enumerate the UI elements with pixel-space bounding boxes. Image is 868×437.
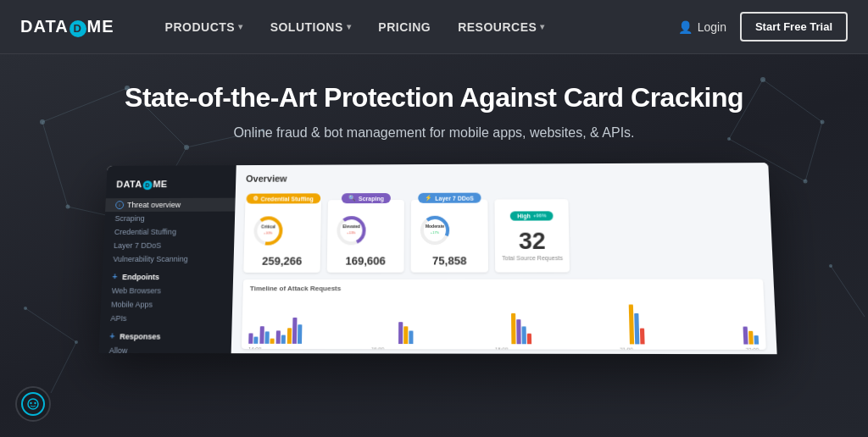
dashboard-main: Overview ⚙ Credential Stuffing xyxy=(231,163,777,354)
time-axis: 14:00 16:00 18:00 21:00 23:00 xyxy=(248,346,760,350)
bar-scraping-1 xyxy=(248,334,253,344)
bar-ddos-6 xyxy=(521,327,526,345)
credential-stuffing-badge: ⚙ Credential Stuffing xyxy=(247,194,320,204)
total-source-label: Total Source Requests xyxy=(502,255,563,261)
nav-links: PRODUCTS ▾ SOLUTIONS ▾ PRICING RESOURCES… xyxy=(155,14,678,41)
high-badge: High +96% xyxy=(510,211,554,220)
logo: DATADME xyxy=(20,17,114,37)
sidebar-item-mobile-apps[interactable]: Mobile Apps xyxy=(101,298,233,312)
sidebar-item-credential-stuffing[interactable]: Credential Stuffing xyxy=(104,225,235,239)
time-label-4: 21:00 xyxy=(620,347,633,350)
svg-text:+13%: +13% xyxy=(347,231,356,235)
sidebar-item-vuln-scan[interactable]: Vulnerability Scanning xyxy=(103,252,234,266)
bar-ddos-7 xyxy=(634,313,639,345)
hero-text-block: State-of-the-Art Protection Against Card… xyxy=(0,81,868,141)
svg-text:Elevated: Elevated xyxy=(342,224,360,229)
metric-value-3: 75,858 xyxy=(418,255,481,268)
bar-scraping-6 xyxy=(516,320,520,345)
metric-card-scraping: 🔍 Scraping Elevated +13% 169,606 xyxy=(327,200,404,273)
dashboard-logo: DATADME xyxy=(106,175,236,198)
start-free-trial-button[interactable]: Start Free Trial xyxy=(740,12,848,41)
bar-ddos-4 xyxy=(298,325,302,345)
bar-group-8 xyxy=(743,327,759,345)
sidebar-item-layer7[interactable]: Layer 7 DDoS xyxy=(103,239,234,252)
sidebar-item-threat-overview[interactable]: i Threat overview xyxy=(105,198,236,212)
bar-ddos-2 xyxy=(264,332,269,344)
bar-cred-6 xyxy=(511,313,516,344)
hero-subtitle: Online fraud & bot management for mobile… xyxy=(17,125,851,141)
sidebar-item-apis[interactable]: APIs xyxy=(100,312,232,325)
chevron-down-icon: ▾ xyxy=(540,22,545,31)
metric-value-1: 259,266 xyxy=(250,255,313,268)
nav-pricing[interactable]: PRICING xyxy=(368,14,441,41)
bar-cred-7 xyxy=(628,305,633,345)
svg-point-39 xyxy=(30,402,31,404)
bar-cred-4 xyxy=(287,329,292,345)
bar-group-5 xyxy=(398,323,413,345)
metric-value-4: 32 xyxy=(519,227,546,255)
nav-products[interactable]: PRODUCTS ▾ xyxy=(155,14,253,41)
svg-text:Critical: Critical xyxy=(261,225,276,230)
donut-chart-2: Elevated +13% xyxy=(334,213,369,247)
time-label-5: 23:00 xyxy=(746,347,760,350)
svg-text:+17%: +17% xyxy=(431,230,440,235)
donut-chart-1: Critical +10% xyxy=(251,214,286,248)
svg-point-40 xyxy=(34,402,36,404)
bar-ddos-5 xyxy=(409,331,414,345)
svg-point-38 xyxy=(28,399,38,409)
metric-value-2: 169,606 xyxy=(334,255,398,268)
login-button[interactable]: 👤 Login xyxy=(678,20,726,34)
plus-icon: + xyxy=(109,332,114,341)
chevron-down-icon: ▾ xyxy=(238,22,243,31)
bar-cred-5 xyxy=(403,327,408,345)
bar-scraping-4 xyxy=(292,318,298,344)
logo-text: DATADME xyxy=(20,17,114,37)
timeline-title: Timeline of Attack Requests xyxy=(250,285,757,293)
ddos-badge: ⚡ Layer 7 DDoS xyxy=(418,193,481,203)
svg-text:+10%: +10% xyxy=(264,231,273,235)
metric-card-ddos: ⚡ Layer 7 DDoS Moderate +17% 75,858 xyxy=(411,200,488,273)
svg-point-15 xyxy=(184,145,189,150)
bar-scraping-2 xyxy=(259,327,264,345)
bar-scraping-5 xyxy=(398,323,403,345)
sidebar-item-web-browsers[interactable]: Web Browsers xyxy=(102,285,233,298)
bar-scraping-3 xyxy=(276,331,281,344)
plus-icon: + xyxy=(112,272,117,281)
timeline-bars xyxy=(248,296,759,345)
dashboard-sidebar: DATADME i Threat overview Scraping Crede… xyxy=(99,166,236,354)
bar-ddos-3 xyxy=(281,335,286,344)
bar-cred-8 xyxy=(748,331,754,345)
info-icon: i xyxy=(115,202,124,210)
sidebar-section-responses: + Responses xyxy=(99,329,231,345)
bar-other-6 xyxy=(526,334,531,345)
sidebar-section-endpoints: + Endpoints xyxy=(102,269,233,284)
metrics-row: ⚙ Credential Stuffing Critical +10% 259,… xyxy=(243,189,762,274)
hero-section: State-of-the-Art Protection Against Card… xyxy=(0,54,868,437)
svg-text:Moderate: Moderate xyxy=(426,224,445,229)
bar-group-4 xyxy=(287,318,303,344)
bar-other-7 xyxy=(640,329,645,345)
bar-scraping-8 xyxy=(743,327,748,345)
metric-card-credential-stuffing: ⚙ Credential Stuffing Critical +10% 259,… xyxy=(243,201,321,274)
nav-resources[interactable]: RESOURCES ▾ xyxy=(448,14,555,41)
bar-group-3 xyxy=(276,331,286,345)
scraping-badge: 🔍 Scraping xyxy=(342,193,391,203)
bot-icon-inner xyxy=(21,392,45,416)
hero-title: State-of-the-Art Protection Against Card… xyxy=(17,81,851,113)
bar-ddos-8 xyxy=(754,335,759,345)
time-label-3: 18:00 xyxy=(495,347,509,351)
sidebar-item-scraping[interactable]: Scraping xyxy=(104,212,235,225)
bot-protection-icon xyxy=(15,386,51,422)
user-icon: 👤 xyxy=(678,20,693,34)
bar-cred-2 xyxy=(270,339,274,344)
dashboard-container: DATADME i Threat overview Scraping Crede… xyxy=(99,163,777,354)
dashboard-inner: DATADME i Threat overview Scraping Crede… xyxy=(99,163,777,354)
timeline-section: Timeline of Attack Requests xyxy=(242,279,766,350)
nav-solutions[interactable]: SOLUTIONS ▾ xyxy=(260,14,362,41)
time-label-2: 16:00 xyxy=(371,347,384,351)
sidebar-item-allow[interactable]: Allow xyxy=(99,344,231,355)
overview-title: Overview xyxy=(246,172,759,185)
navbar: DATADME PRODUCTS ▾ SOLUTIONS ▾ PRICING R… xyxy=(0,0,868,54)
logo-d-circle: D xyxy=(70,20,86,37)
bar-group-2 xyxy=(259,327,275,345)
